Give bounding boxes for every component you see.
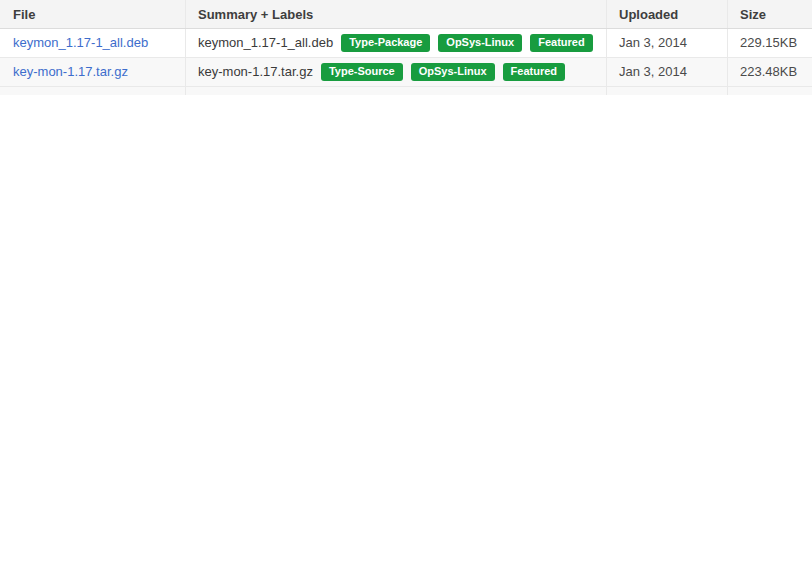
file-link[interactable]: key-mon-1.17.tar.gz bbox=[13, 64, 128, 79]
file-size: 223.48KB bbox=[728, 58, 812, 86]
summary-cell: key-mon-1.17.tar.gz Type-SourceOpSys-Lin… bbox=[186, 58, 607, 86]
table-header-row: File Summary + Labels Uploaded Size bbox=[0, 0, 812, 29]
file-cell: key-mon-1.17.tar.gz bbox=[0, 58, 186, 86]
column-header-uploaded: Uploaded bbox=[607, 0, 728, 28]
column-header-summary-labels: Summary + Labels bbox=[186, 0, 607, 28]
label-badge[interactable]: Featured bbox=[530, 34, 592, 52]
file-size: 229.15KB bbox=[728, 29, 812, 57]
file-cell: keymon_1.17-1_all.deb bbox=[0, 29, 186, 57]
label-badge[interactable]: Type-Source bbox=[321, 63, 403, 81]
table-row: keymon_1.17-1_all.deb keymon_1.17-1_all.… bbox=[0, 29, 812, 58]
table-row: key-mon-1.17.tar.gz key-mon-1.17.tar.gz … bbox=[0, 58, 812, 87]
file-link[interactable]: keymon_1.17-1_all.deb bbox=[13, 35, 148, 50]
summary-text: key-mon-1.17.tar.gz bbox=[198, 64, 313, 79]
label-badge[interactable]: OpSys-Linux bbox=[438, 34, 522, 52]
summary-cell: keymon_1.17-1_all.deb Type-PackageOpSys-… bbox=[186, 29, 607, 57]
label-badge[interactable]: OpSys-Linux bbox=[411, 63, 495, 81]
column-header-size: Size bbox=[728, 0, 812, 28]
summary-text: keymon_1.17-1_all.deb bbox=[198, 35, 333, 50]
downloads-table: File Summary + Labels Uploaded Size keym… bbox=[0, 0, 812, 582]
partial-next-row bbox=[0, 87, 812, 95]
uploaded-date: Jan 3, 2014 bbox=[607, 29, 728, 57]
uploaded-date: Jan 3, 2014 bbox=[607, 58, 728, 86]
table-body: keymon_1.17-1_all.deb keymon_1.17-1_all.… bbox=[0, 29, 812, 87]
label-badge[interactable]: Featured bbox=[503, 63, 565, 81]
label-badge[interactable]: Type-Package bbox=[341, 34, 430, 52]
column-header-file: File bbox=[0, 0, 186, 28]
